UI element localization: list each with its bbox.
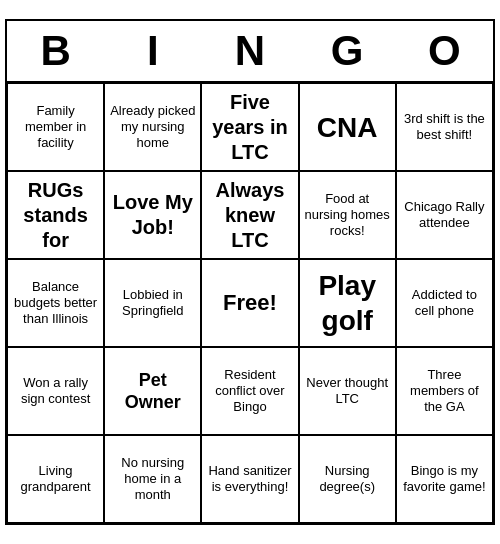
cell-1-1[interactable]: Love My Job! <box>104 171 201 259</box>
cell-1-2[interactable]: Always knew LTC <box>201 171 298 259</box>
bingo-card: B I N G O Family member in facility Alre… <box>5 19 495 525</box>
cell-3-3[interactable]: Never thought LTC <box>299 347 396 435</box>
cell-2-3[interactable]: Play golf <box>299 259 396 347</box>
cell-1-4[interactable]: Chicago Rally attendee <box>396 171 493 259</box>
header-n: N <box>204 27 296 75</box>
cell-3-4[interactable]: Three members of the GA <box>396 347 493 435</box>
bingo-header: B I N G O <box>7 21 493 83</box>
cell-2-0[interactable]: Balance budgets better than Illinois <box>7 259 104 347</box>
header-i: I <box>107 27 199 75</box>
cell-4-3[interactable]: Nursing degree(s) <box>299 435 396 523</box>
cell-2-1[interactable]: Lobbied in Springfield <box>104 259 201 347</box>
cell-0-4[interactable]: 3rd shift is the best shift! <box>396 83 493 171</box>
header-o: O <box>398 27 490 75</box>
cell-3-1[interactable]: Pet Owner <box>104 347 201 435</box>
cell-2-4[interactable]: Addicted to cell phone <box>396 259 493 347</box>
cell-3-2[interactable]: Resident conflict over Bingo <box>201 347 298 435</box>
cell-0-2[interactable]: Five years in LTC <box>201 83 298 171</box>
cell-4-1[interactable]: No nursing home in a month <box>104 435 201 523</box>
cell-0-0[interactable]: Family member in facility <box>7 83 104 171</box>
cell-3-0[interactable]: Won a rally sign contest <box>7 347 104 435</box>
cell-1-3[interactable]: Food at nursing homes rocks! <box>299 171 396 259</box>
header-b: B <box>10 27 102 75</box>
header-g: G <box>301 27 393 75</box>
cell-4-0[interactable]: Living grandparent <box>7 435 104 523</box>
cell-4-2[interactable]: Hand sanitizer is everything! <box>201 435 298 523</box>
cell-0-3[interactable]: CNA <box>299 83 396 171</box>
cell-4-4[interactable]: Bingo is my favorite game! <box>396 435 493 523</box>
bingo-grid: Family member in facility Already picked… <box>7 83 493 523</box>
cell-0-1[interactable]: Already picked my nursing home <box>104 83 201 171</box>
cell-2-2[interactable]: Free! <box>201 259 298 347</box>
cell-1-0[interactable]: RUGs stands for <box>7 171 104 259</box>
